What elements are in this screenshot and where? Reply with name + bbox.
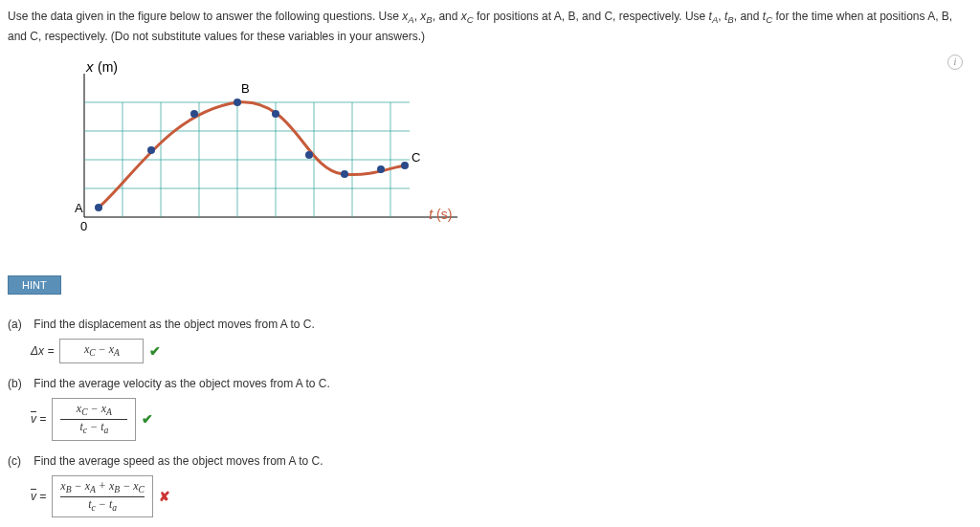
lhs-b: v = — [31, 412, 46, 426]
svg-point-20 — [341, 170, 348, 178]
question-text-c: Find the average speed as the object mov… — [33, 454, 323, 468]
svg-text:(s): (s) — [436, 207, 452, 222]
x-icon: ✘ — [159, 489, 170, 504]
svg-point-14 — [95, 204, 102, 211]
svg-point-16 — [190, 110, 198, 118]
svg-text:B: B — [241, 81, 250, 96]
answer-row-b: v = xC − xA tc − ta ✔ — [31, 398, 972, 441]
lhs-a: Δx = — [31, 344, 54, 358]
question-a: (a) Find the displacement as the object … — [8, 318, 972, 331]
answer-input-b[interactable]: xC − xA tc − ta — [52, 398, 136, 441]
question-label-b: (b) — [8, 377, 31, 390]
check-icon: ✔ — [142, 411, 153, 427]
question-label-c: (c) — [8, 454, 31, 468]
info-icon[interactable]: i — [947, 55, 963, 70]
question-label-a: (a) — [8, 318, 31, 331]
svg-text:x: x — [85, 58, 94, 75]
question-text-b: Find the average velocity as the object … — [33, 377, 330, 390]
answer-input-c[interactable]: xB − xA + xB − xC tc − ta — [52, 475, 153, 518]
answer-row-c: v = xB − xA + xB − xC tc − ta ✘ — [31, 475, 972, 518]
lhs-c: v = — [31, 490, 46, 503]
svg-point-19 — [305, 151, 313, 159]
position-time-graph: A B C 0 x (m) t (s) i — [46, 55, 972, 249]
svg-point-18 — [272, 110, 279, 118]
question-b: (b) Find the average velocity as the obj… — [8, 377, 972, 390]
svg-text:A: A — [75, 201, 83, 215]
svg-point-15 — [147, 146, 155, 154]
svg-point-17 — [234, 99, 241, 106]
svg-point-22 — [401, 162, 409, 169]
svg-point-21 — [377, 165, 385, 173]
svg-text:t: t — [429, 206, 434, 222]
answer-input-a[interactable]: xC − xA — [59, 339, 144, 363]
problem-instructions: Use the data given in the figure below t… — [8, 8, 972, 45]
svg-text:C: C — [412, 150, 420, 165]
svg-text:0: 0 — [80, 219, 87, 233]
hint-button[interactable]: HINT — [8, 275, 61, 295]
check-icon: ✔ — [149, 343, 161, 359]
svg-text:(m): (m) — [98, 59, 118, 75]
answer-row-a: Δx = xC − xA ✔ — [31, 339, 972, 363]
question-c: (c) Find the average speed as the object… — [8, 454, 972, 468]
question-text-a: Find the displacement as the object move… — [33, 318, 314, 331]
